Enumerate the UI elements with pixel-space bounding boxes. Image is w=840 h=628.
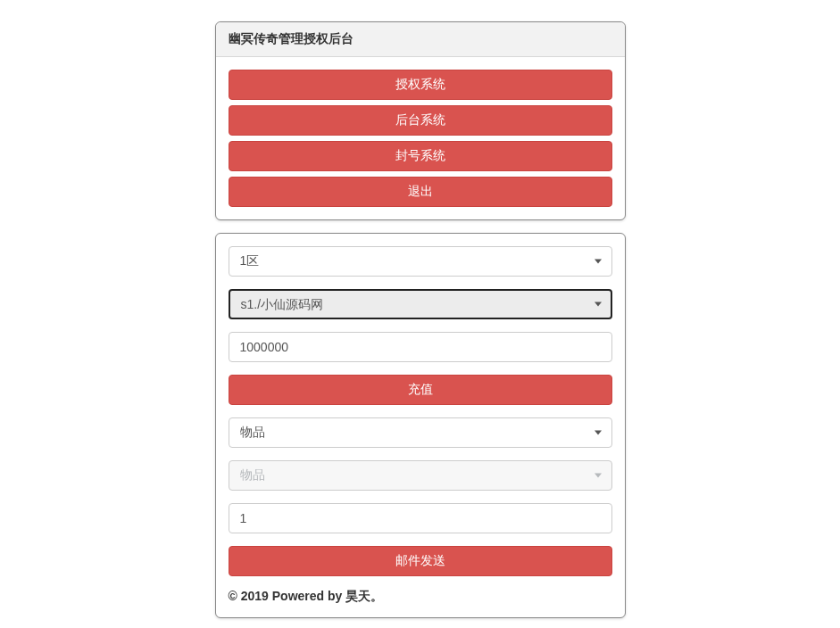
form-panel-body: 1区 s1./小仙源码网 充值 物品 — [216, 234, 625, 617]
backend-system-button[interactable]: 后台系统 — [229, 105, 612, 136]
form-panel: 1区 s1./小仙源码网 充值 物品 — [215, 233, 626, 618]
ban-system-button[interactable]: 封号系统 — [229, 141, 612, 171]
auth-system-button[interactable]: 授权系统 — [229, 70, 612, 100]
zone-select-value: 1区 — [229, 246, 612, 277]
nav-panel-body: 授权系统 后台系统 封号系统 退出 — [216, 57, 625, 219]
mail-send-button[interactable]: 邮件发送 — [229, 546, 612, 576]
item-select[interactable]: 物品 — [229, 460, 612, 491]
item-select-value: 物品 — [229, 460, 612, 491]
server-select[interactable]: s1./小仙源码网 — [229, 289, 612, 319]
panel-title: 幽冥传奇管理授权后台 — [216, 22, 625, 57]
nav-panel: 幽冥传奇管理授权后台 授权系统 后台系统 封号系统 退出 — [215, 21, 626, 220]
exit-button[interactable]: 退出 — [229, 177, 612, 207]
server-select-value: s1./小仙源码网 — [229, 289, 612, 319]
footer-text: © 2019 Powered by 昊天。 — [229, 589, 612, 605]
item-type-select[interactable]: 物品 — [229, 417, 612, 448]
item-type-select-value: 物品 — [229, 417, 612, 448]
zone-select[interactable]: 1区 — [229, 246, 612, 277]
recharge-button[interactable]: 充值 — [229, 375, 612, 405]
quantity-input[interactable] — [229, 503, 612, 533]
amount-input[interactable] — [229, 332, 612, 362]
